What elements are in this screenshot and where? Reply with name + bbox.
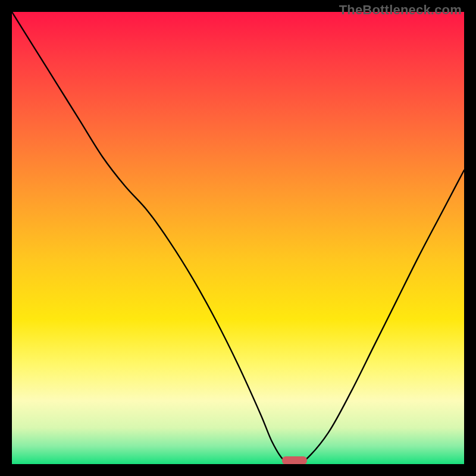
optimum-marker — [282, 456, 307, 464]
chart-frame: TheBottleneck.com — [0, 0, 476, 476]
gradient-background — [12, 12, 464, 464]
plot-area — [12, 12, 464, 464]
chart-svg — [12, 12, 464, 464]
watermark-text: TheBottleneck.com — [339, 2, 462, 18]
